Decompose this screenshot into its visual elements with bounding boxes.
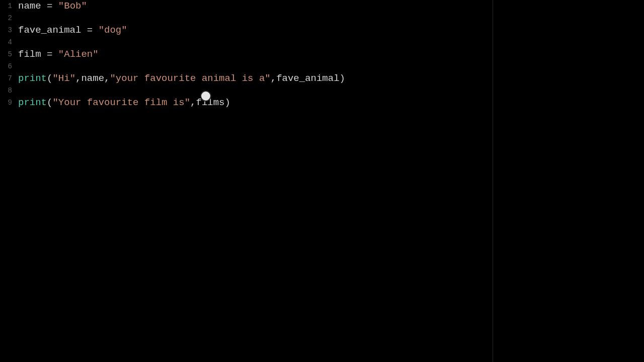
string-token: "your favourite animal is a" [110,73,270,84]
string-token: "Alien" [58,49,99,60]
punct-token: , [190,97,196,108]
string-token: "dog" [99,25,127,36]
variable-token: fave_animal [276,73,339,84]
code-line[interactable] [18,12,493,24]
line-number: 5 [0,48,15,60]
operator-token: = [41,49,58,60]
line-number-gutter: 1 2 3 4 5 6 7 8 9 [0,0,15,362]
line-number: 7 [0,72,15,84]
variable-token: name [81,73,104,84]
operator-token: = [81,25,98,36]
variable-token: fave_animal [18,25,81,36]
line-number: 4 [0,36,15,48]
string-token: "Hi" [52,73,75,84]
string-token: "Your favourite film is" [52,97,190,108]
code-editor[interactable]: 1 2 3 4 5 6 7 8 9 name = "Bob" fave_anim… [0,0,644,362]
punct-token: ) [340,73,345,84]
code-line[interactable]: film = "Alien" [18,48,493,60]
line-number: 6 [0,60,15,72]
punct-token: ) [225,97,230,108]
string-token: "Bob" [58,1,87,12]
variable-token: films [196,97,224,108]
variable-token: film [18,49,41,60]
code-line[interactable]: name = "Bob" [18,0,493,12]
code-line[interactable]: print("Hi",name,"your favourite animal i… [18,72,493,84]
code-line[interactable] [18,36,493,48]
punct-token: , [271,73,276,84]
line-number: 3 [0,24,15,36]
punct-token: , [104,73,110,84]
code-line[interactable]: fave_animal = "dog" [18,24,493,36]
line-number: 2 [0,12,15,24]
code-line[interactable] [18,60,493,72]
operator-token: = [41,1,58,12]
code-line[interactable] [18,84,493,97]
line-number: 1 [0,0,15,12]
punct-token: ( [47,73,52,84]
punct-token: , [75,73,81,84]
code-line[interactable]: print("Your favourite film is",films) [18,97,493,109]
function-token: print [18,73,47,84]
punct-token: ( [47,97,52,108]
line-number: 9 [0,97,15,109]
function-token: print [18,97,47,108]
variable-token: name [18,1,41,12]
code-text-area[interactable]: name = "Bob" fave_animal = "dog" film = … [15,0,493,362]
line-number: 8 [0,84,15,97]
